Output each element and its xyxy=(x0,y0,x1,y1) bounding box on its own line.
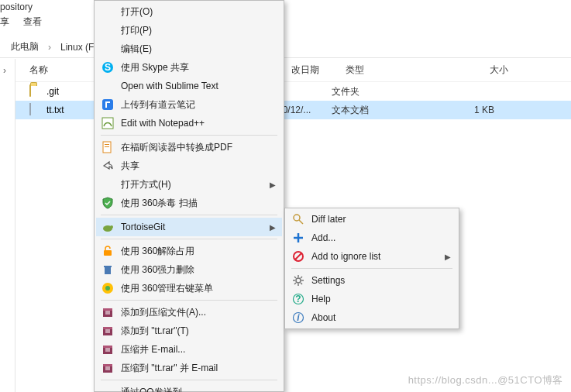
menu-item[interactable]: 压缩并 E-mail... xyxy=(96,340,282,359)
chevron-right-icon: › xyxy=(3,65,6,76)
menu-item[interactable]: 在福昕阅读器中转换成PDF xyxy=(96,138,282,156)
menu-item-label: 使用 Skype 共享 xyxy=(121,61,189,74)
menu-item[interactable]: 打开(O) xyxy=(96,2,282,21)
file-size: 1 KB xyxy=(448,105,494,115)
help-icon: ? xyxy=(291,292,305,306)
chevron-right-icon: ▶ xyxy=(270,223,276,232)
menu-item-label: 共享 xyxy=(121,160,139,173)
svg-rect-24 xyxy=(103,364,112,366)
menu-item[interactable]: 上传到有道云笔记 xyxy=(96,95,282,114)
menu-item-label: Diff later xyxy=(311,214,346,225)
menu-item-label: 编辑(E) xyxy=(121,43,152,56)
menu-item[interactable]: 打开方式(H)▶ xyxy=(96,175,282,194)
nav-tree[interactable]: › xyxy=(0,59,15,392)
menu-item[interactable]: 压缩到 "tt.rar" 并 E-mail xyxy=(96,359,282,377)
shield-icon xyxy=(101,196,115,210)
menu-item-label: 打开方式(H) xyxy=(121,178,171,191)
menu-item[interactable]: 打印(P) xyxy=(96,21,282,40)
plus-icon xyxy=(291,231,305,245)
menu-item-label: 使用 360解除占用 xyxy=(121,245,194,258)
svg-point-13 xyxy=(105,286,110,291)
toolbar-item[interactable]: 查看 xyxy=(23,15,42,29)
menu-separator xyxy=(101,300,277,301)
col-date[interactable]: 改日期 xyxy=(291,64,346,77)
menu-item-label: TortoiseGit xyxy=(121,222,165,232)
menu-item-label: About xyxy=(311,312,335,323)
svg-line-31 xyxy=(295,253,301,260)
menu-separator xyxy=(291,268,452,269)
menu-item-label: Open with Sublime Text xyxy=(121,81,218,91)
rar-icon xyxy=(101,361,115,375)
menu-item-label: 添加到压缩文件(A)... xyxy=(121,306,206,319)
svg-rect-19 xyxy=(105,329,110,333)
menu-item[interactable]: Diff later xyxy=(287,210,457,229)
menu-item[interactable]: Open with Sublime Text xyxy=(96,77,282,95)
menu-item[interactable]: 通过QQ发送到 xyxy=(96,383,282,392)
svg-rect-10 xyxy=(105,267,111,274)
npp-icon xyxy=(101,116,115,130)
svg-line-40 xyxy=(301,277,302,278)
menu360-icon xyxy=(101,281,115,295)
menu-item[interactable]: S使用 Skype 共享 xyxy=(96,58,282,77)
menu-item-label: 使用 360强力删除 xyxy=(121,263,194,277)
breadcrumb-pc[interactable]: 此电脑 xyxy=(11,40,39,53)
menu-item[interactable]: 共享 xyxy=(96,156,282,175)
menu-item[interactable]: iAbout xyxy=(287,308,457,327)
svg-line-38 xyxy=(301,283,302,284)
col-size[interactable]: 大小 xyxy=(462,64,508,77)
youdao-icon xyxy=(101,98,115,112)
gear-icon xyxy=(291,273,305,287)
menu-separator xyxy=(101,239,277,239)
menu-item-label: 在福昕阅读器中转换成PDF xyxy=(121,141,232,154)
breadcrumb-drive[interactable]: Linux (F: xyxy=(60,42,97,53)
unlock360-icon xyxy=(101,244,115,258)
blank-icon xyxy=(101,177,115,191)
menu-item[interactable]: 使用 360解除占用 xyxy=(96,242,282,260)
menu-item-label: Help xyxy=(311,294,331,304)
svg-line-39 xyxy=(294,283,296,284)
col-type[interactable]: 类型 xyxy=(346,64,462,77)
svg-text:?: ? xyxy=(295,294,301,304)
svg-rect-22 xyxy=(105,348,110,352)
svg-rect-21 xyxy=(103,346,112,348)
rar-icon xyxy=(101,324,115,338)
rar-icon xyxy=(101,305,115,319)
menu-item[interactable]: TortoiseGit▶ xyxy=(96,218,282,236)
menu-item[interactable]: 编辑(E) xyxy=(96,40,282,58)
chevron-right-icon: ▶ xyxy=(445,253,451,261)
blank-icon xyxy=(101,385,115,392)
breadcrumb[interactable]: 此电脑 Linux (F: xyxy=(11,40,97,53)
menu-item[interactable]: 使用 360强力删除 xyxy=(96,260,282,279)
context-menu: 打开(O)打印(P)编辑(E)S使用 Skype 共享Open with Sub… xyxy=(94,0,284,392)
svg-rect-2 xyxy=(102,99,113,110)
menu-item[interactable]: Settings xyxy=(287,271,457,290)
menu-separator xyxy=(101,215,277,215)
menu-item-label: 打印(P) xyxy=(121,24,152,37)
toolbar-item[interactable]: 享 xyxy=(0,15,9,29)
menu-item-label: Edit with Notepad++ xyxy=(121,118,205,129)
menu-item[interactable]: ?Help xyxy=(287,290,457,308)
menu-item-label: 添加到 "tt.rar"(T) xyxy=(121,325,189,338)
menu-item[interactable]: Edit with Notepad++ xyxy=(96,114,282,132)
menu-item-label: 通过QQ发送到 xyxy=(121,386,182,393)
svg-rect-18 xyxy=(103,327,112,329)
menu-item[interactable]: 添加到压缩文件(A)... xyxy=(96,303,282,322)
info-icon: i xyxy=(291,311,305,325)
menu-item[interactable]: Add to ignore list▶ xyxy=(287,247,457,266)
share-icon xyxy=(101,159,115,173)
menu-item[interactable]: 使用 360杀毒 扫描 xyxy=(96,194,282,212)
svg-rect-6 xyxy=(105,146,109,147)
menu-item-label: 压缩并 E-mail... xyxy=(121,343,185,356)
menu-item[interactable]: 使用 360管理右键菜单 xyxy=(96,279,282,297)
blank-icon xyxy=(101,79,115,93)
svg-point-32 xyxy=(296,278,301,283)
menu-separator xyxy=(101,380,277,380)
tortoise-icon xyxy=(101,220,115,234)
svg-line-37 xyxy=(294,277,296,278)
no-icon xyxy=(291,249,305,263)
menu-item[interactable]: Add... xyxy=(287,229,457,247)
menu-separator xyxy=(101,135,277,136)
skype-icon: S xyxy=(101,60,115,74)
menu-item[interactable]: 添加到 "tt.rar"(T) xyxy=(96,322,282,340)
divider xyxy=(0,57,571,58)
